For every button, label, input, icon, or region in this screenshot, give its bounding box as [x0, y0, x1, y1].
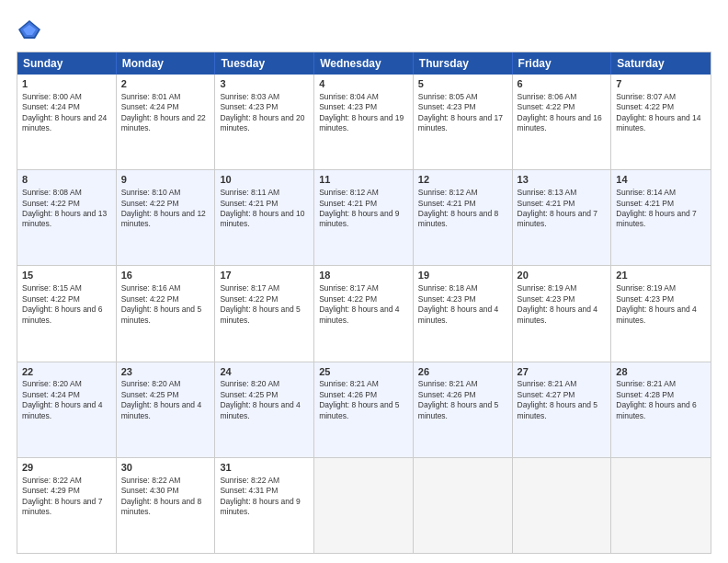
day-number: 23: [121, 365, 210, 379]
calendar-cell: 2 Sunrise: 8:01 AM Sunset: 4:24 PM Dayli…: [117, 75, 216, 169]
day-number: 9: [121, 173, 210, 187]
sunset-label: Sunset: 4:26 PM: [319, 390, 377, 399]
daylight-label: Daylight: 8 hours and 19 minutes.: [319, 113, 404, 132]
day-number: 21: [616, 269, 706, 282]
calendar-cell: 30 Sunrise: 8:22 AM Sunset: 4:30 PM Dayl…: [117, 458, 216, 553]
daylight-label: Daylight: 8 hours and 4 minutes.: [418, 304, 498, 324]
page: SundayMondayTuesdayWednesdayThursdayFrid…: [0, 0, 728, 563]
calendar-cell: [414, 458, 513, 553]
calendar-cell: 8 Sunrise: 8:08 AM Sunset: 4:22 PM Dayli…: [17, 170, 117, 265]
cal-header-day: Wednesday: [314, 52, 414, 75]
calendar-cell: 1 Sunrise: 8:00 AM Sunset: 4:24 PM Dayli…: [17, 75, 117, 169]
sunrise-label: Sunrise: 8:01 AM: [121, 92, 181, 101]
daylight-label: Daylight: 8 hours and 16 minutes.: [518, 113, 602, 132]
sunrise-label: Sunrise: 8:21 AM: [518, 379, 577, 388]
calendar-week-row: 8 Sunrise: 8:08 AM Sunset: 4:22 PM Dayli…: [17, 170, 711, 266]
day-number: 18: [319, 269, 408, 282]
day-number: 17: [220, 269, 309, 282]
logo: [17, 17, 46, 42]
sunset-label: Sunset: 4:21 PM: [616, 199, 674, 208]
calendar-cell: 13 Sunrise: 8:13 AM Sunset: 4:21 PM Dayl…: [513, 170, 612, 265]
sunset-label: Sunset: 4:21 PM: [518, 199, 575, 208]
day-number: 10: [220, 173, 309, 187]
calendar-cell: 6 Sunrise: 8:06 AM Sunset: 4:22 PM Dayli…: [513, 75, 612, 169]
calendar-cell: [314, 458, 414, 553]
daylight-label: Daylight: 8 hours and 5 minutes.: [121, 304, 201, 324]
sunrise-label: Sunrise: 8:20 AM: [22, 379, 82, 388]
sunset-label: Sunset: 4:22 PM: [518, 102, 575, 111]
sunrise-label: Sunrise: 8:21 AM: [319, 379, 379, 388]
sunset-label: Sunset: 4:22 PM: [121, 199, 179, 208]
sunrise-label: Sunrise: 8:04 AM: [319, 92, 379, 101]
sunrise-label: Sunrise: 8:11 AM: [220, 188, 279, 197]
sunset-label: Sunset: 4:30 PM: [121, 486, 179, 495]
calendar-cell: 10 Sunrise: 8:11 AM Sunset: 4:21 PM Dayl…: [215, 170, 314, 265]
sunrise-label: Sunrise: 8:20 AM: [220, 379, 279, 388]
daylight-label: Daylight: 8 hours and 17 minutes.: [418, 113, 503, 132]
cal-header-day: Sunday: [17, 52, 117, 75]
day-number: 11: [319, 173, 408, 187]
sunrise-label: Sunrise: 8:13 AM: [518, 188, 577, 197]
daylight-label: Daylight: 8 hours and 4 minutes.: [319, 304, 399, 324]
cal-header-day: Friday: [513, 52, 612, 75]
calendar-cell: 17 Sunrise: 8:17 AM Sunset: 4:22 PM Dayl…: [215, 266, 314, 361]
daylight-label: Daylight: 8 hours and 4 minutes.: [22, 400, 102, 419]
day-number: 14: [616, 173, 706, 187]
calendar-cell: 29 Sunrise: 8:22 AM Sunset: 4:29 PM Dayl…: [17, 458, 117, 553]
calendar-cell: 23 Sunrise: 8:20 AM Sunset: 4:25 PM Dayl…: [117, 362, 216, 457]
day-number: 12: [418, 173, 507, 187]
sunrise-label: Sunrise: 8:22 AM: [121, 476, 181, 485]
daylight-label: Daylight: 8 hours and 9 minutes.: [319, 209, 399, 228]
calendar-cell: 16 Sunrise: 8:16 AM Sunset: 4:22 PM Dayl…: [117, 266, 216, 361]
calendar-cell: 5 Sunrise: 8:05 AM Sunset: 4:23 PM Dayli…: [414, 75, 513, 169]
sunset-label: Sunset: 4:21 PM: [418, 199, 476, 208]
sunrise-label: Sunrise: 8:17 AM: [220, 283, 279, 293]
daylight-label: Daylight: 8 hours and 8 minutes.: [418, 209, 498, 228]
sunset-label: Sunset: 4:23 PM: [616, 294, 674, 304]
sunset-label: Sunset: 4:22 PM: [121, 294, 179, 304]
sunset-label: Sunset: 4:22 PM: [319, 294, 377, 304]
calendar-cell: 12 Sunrise: 8:12 AM Sunset: 4:21 PM Dayl…: [414, 170, 513, 265]
daylight-label: Daylight: 8 hours and 4 minutes.: [518, 304, 597, 324]
sunset-label: Sunset: 4:25 PM: [121, 390, 179, 399]
sunrise-label: Sunrise: 8:12 AM: [319, 188, 379, 197]
calendar-cell: 11 Sunrise: 8:12 AM Sunset: 4:21 PM Dayl…: [314, 170, 414, 265]
daylight-label: Daylight: 8 hours and 8 minutes.: [121, 497, 201, 516]
day-number: 20: [518, 269, 607, 282]
daylight-label: Daylight: 8 hours and 7 minutes.: [616, 209, 696, 228]
calendar-week-row: 15 Sunrise: 8:15 AM Sunset: 4:22 PM Dayl…: [17, 266, 711, 362]
generalblue-logo-icon: [17, 17, 42, 42]
day-number: 15: [22, 269, 111, 282]
calendar-cell: 7 Sunrise: 8:07 AM Sunset: 4:22 PM Dayli…: [611, 75, 711, 169]
sunset-label: Sunset: 4:28 PM: [616, 390, 674, 399]
daylight-label: Daylight: 8 hours and 6 minutes.: [22, 304, 102, 324]
sunrise-label: Sunrise: 8:05 AM: [418, 92, 478, 101]
sunrise-label: Sunrise: 8:19 AM: [518, 283, 577, 293]
calendar-header: SundayMondayTuesdayWednesdayThursdayFrid…: [17, 52, 711, 75]
daylight-label: Daylight: 8 hours and 4 minutes.: [220, 400, 300, 419]
sunset-label: Sunset: 4:23 PM: [418, 294, 476, 304]
sunrise-label: Sunrise: 8:22 AM: [22, 476, 82, 485]
sunrise-label: Sunrise: 8:03 AM: [220, 92, 279, 101]
day-number: 26: [418, 365, 507, 379]
sunset-label: Sunset: 4:22 PM: [616, 102, 674, 111]
day-number: 29: [22, 461, 111, 475]
daylight-label: Daylight: 8 hours and 4 minutes.: [121, 400, 201, 419]
daylight-label: Daylight: 8 hours and 20 minutes.: [220, 113, 304, 132]
sunset-label: Sunset: 4:31 PM: [220, 486, 278, 495]
daylight-label: Daylight: 8 hours and 12 minutes.: [121, 209, 206, 228]
daylight-label: Daylight: 8 hours and 5 minutes.: [220, 304, 300, 324]
day-number: 6: [518, 77, 607, 91]
calendar-cell: 26 Sunrise: 8:21 AM Sunset: 4:26 PM Dayl…: [414, 362, 513, 457]
calendar-week-row: 1 Sunrise: 8:00 AM Sunset: 4:24 PM Dayli…: [17, 75, 711, 170]
day-number: 27: [518, 365, 607, 379]
sunrise-label: Sunrise: 8:15 AM: [22, 283, 82, 293]
header: [17, 17, 711, 42]
cal-header-day: Thursday: [414, 52, 513, 75]
calendar-cell: 9 Sunrise: 8:10 AM Sunset: 4:22 PM Dayli…: [117, 170, 216, 265]
day-number: 7: [616, 77, 706, 91]
day-number: 13: [518, 173, 607, 187]
cal-header-day: Saturday: [611, 52, 711, 75]
daylight-label: Daylight: 8 hours and 13 minutes.: [22, 209, 107, 228]
day-number: 28: [616, 365, 706, 379]
